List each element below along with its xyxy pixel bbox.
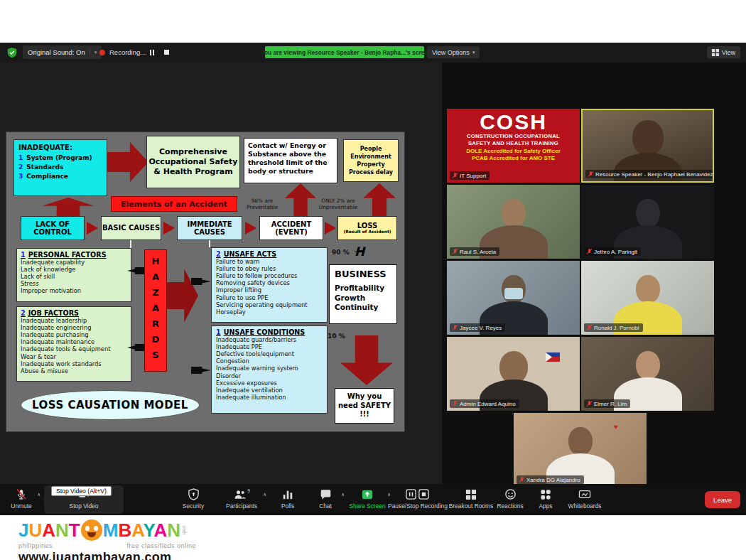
- inadequate-item: Compliance: [26, 173, 68, 180]
- unpreventable-note: ONLY 2% are Unpreventable: [315, 198, 362, 211]
- business-box: BUSINESS Profitability Growth Continuity: [329, 264, 397, 324]
- recording-indicator: Recording...: [99, 45, 169, 59]
- shared-screen-slide: INADEQUATE: 1System (Program) 2Standards…: [6, 131, 405, 432]
- participant-name-label: IT Support: [450, 171, 490, 180]
- zoom-meeting-window: Original Sound: On ▾ Recording... You ar…: [0, 43, 746, 515]
- recording-label: Recording...: [109, 48, 146, 56]
- whiteboards-button[interactable]: Whiteboards: [558, 488, 612, 510]
- viewing-banner-text: You are viewing Resource Speaker - Benjo…: [261, 49, 431, 56]
- loss-box: LOSS (Result of Accident): [337, 216, 397, 240]
- connector-line: [209, 240, 210, 247]
- inadequate-item: System (Program): [26, 154, 92, 161]
- unmute-button[interactable]: Unmute: [0, 488, 48, 510]
- share-screen-icon: [361, 488, 374, 501]
- muted-mic-icon: [452, 400, 458, 407]
- connector-line: [130, 240, 131, 248]
- security-button[interactable]: Security: [166, 488, 220, 510]
- participant-name-label: Raul S. Arceta: [450, 247, 499, 256]
- chevron-down-icon: ▾: [90, 50, 97, 55]
- participant-tile-jethro[interactable]: Jethro A. Paringit: [581, 185, 714, 259]
- participant-name-label: Jaycee V. Reyes: [450, 323, 505, 332]
- mascot-face-icon: [81, 519, 102, 541]
- muted-mic-icon: [588, 171, 593, 178]
- participant-tile-jaycee[interactable]: Jaycee V. Reyes: [447, 261, 580, 335]
- participant-name-label: Elmer R. Lim: [584, 399, 630, 408]
- viewing-screen-banner: You are viewing Resource Speaker - Benjo…: [265, 46, 424, 58]
- leave-button[interactable]: Leave: [705, 491, 740, 508]
- chevron-down-icon: ▾: [472, 50, 475, 55]
- participants-count-badge: 9: [247, 488, 250, 493]
- muted-mic-icon: [452, 324, 458, 331]
- watermark-taglines: philippines free classifieds online: [18, 542, 196, 549]
- muted-mic-icon: [15, 488, 28, 501]
- red-arrow-right: [167, 269, 198, 323]
- brand-text-1: JUANT: [18, 521, 80, 539]
- recording-dot-icon: [99, 50, 105, 55]
- black-arrow-right: [191, 278, 211, 285]
- black-arrow-right: [191, 367, 211, 374]
- personal-factors-box: 1PERSONAL FACTORS Inadequate capability …: [16, 248, 131, 302]
- meeting-toolbar: Unmute ∧ Stop Video Stop Video (Alt+V) S…: [0, 484, 746, 515]
- participant-tile-elmer[interactable]: Elmer R. Lim: [581, 337, 714, 411]
- elements-of-accident-banner: Elements of an Accident: [111, 196, 237, 212]
- pause-recording-button[interactable]: [150, 50, 154, 55]
- meeting-content: INADEQUATE: 1System (Program) 2Standards…: [0, 63, 746, 484]
- view-options-button[interactable]: View Options ▾: [427, 46, 480, 58]
- whiteboard-icon: [578, 489, 591, 500]
- red-triangle-icon: [163, 222, 175, 235]
- stop-recording-button[interactable]: [164, 50, 169, 55]
- original-sound-toggle[interactable]: Original Sound: On ▾: [23, 45, 102, 59]
- original-sound-label: Original Sound: On: [28, 48, 85, 56]
- muted-mic-icon: [586, 324, 592, 331]
- shield-icon: [188, 488, 200, 500]
- basic-causes-box: BASIC CAUSES: [101, 216, 161, 240]
- pause-stop-recording-icons: [406, 488, 430, 501]
- watermark-brand: JUANT MBAYAN com: [18, 518, 217, 542]
- tally-cross-icon: H: [355, 244, 364, 259]
- muted-mic-icon: [519, 476, 524, 483]
- participant-tile-ronald[interactable]: Ronald J. Pornobi: [581, 261, 714, 335]
- why-safety-box: Why you need SAFETY !!!: [335, 388, 394, 424]
- participant-tile-edward[interactable]: Admin Edward Aquino: [447, 337, 580, 411]
- brand-text-2: MBAYAN: [103, 521, 180, 539]
- red-triangle-icon: [325, 222, 336, 235]
- inadequate-item: Standards: [26, 163, 63, 171]
- participant-video-grid: COSH CONSTRUCTION OCCUPATIONAL SAFETY AN…: [447, 109, 714, 489]
- pct-10-label: 10 %: [328, 333, 345, 340]
- red-arrow-right: [107, 142, 148, 182]
- red-triangle-icon: [87, 222, 98, 235]
- participant-tile-xandra[interactable]: ♥ Xandra DG Alejandro: [514, 413, 647, 487]
- participant-name-label: Ronald J. Pornobi: [584, 323, 643, 332]
- participant-tile-it-support[interactable]: COSH CONSTRUCTION OCCUPATIONAL SAFETY AN…: [447, 109, 580, 183]
- unsafe-acts-box: 2UNSAFE ACTS Failure to warn Failure to …: [211, 247, 328, 323]
- juantambayan-watermark: JUANT MBAYAN com philippines free classi…: [18, 518, 217, 560]
- brand-suffix: com: [181, 526, 186, 534]
- philippine-flag: [546, 352, 560, 362]
- red-triangle-icon: [245, 222, 256, 235]
- participant-tile-resource-speaker[interactable]: Resource Speaker - Benjo Raphael Benavid…: [581, 109, 714, 183]
- stop-video-tooltip: Stop Video (Alt+V): [51, 486, 112, 496]
- inadequate-title: INADEQUATE:: [18, 144, 102, 151]
- participant-name-label: Resource Speaker - Benjo Raphael Benavid…: [585, 170, 714, 178]
- view-button[interactable]: View: [707, 46, 740, 58]
- red-arrow-down: [340, 335, 393, 385]
- encryption-shield-icon: [6, 47, 18, 58]
- contact-energy-box: Contact w/ Energy or Substance above the…: [244, 138, 337, 183]
- job-factors-box: 2JOB FACTORS Inadequate leadership Inade…: [16, 306, 131, 382]
- participant-tile-raul[interactable]: Raul S. Arceta: [447, 185, 580, 259]
- osh-program-box: Comprehensive Occupational Safety & Heal…: [146, 136, 240, 188]
- unsafe-conditions-box: 1UNSAFE CONDITIONS Inadequate guards/bar…: [211, 325, 328, 414]
- cosh-title: COSH: [480, 112, 547, 133]
- accident-box: ACCIDENT (EVENT): [259, 216, 323, 240]
- breakout-rooms-icon: [465, 489, 477, 500]
- red-arrow-up: [42, 198, 94, 216]
- face-mask: [504, 288, 523, 299]
- view-label: View: [722, 49, 735, 56]
- tagline-classifieds: free classifieds online: [126, 542, 196, 549]
- hazards-box: HAZARDS: [144, 249, 167, 372]
- grid-view-icon: [712, 49, 719, 56]
- lack-of-control-box: LACK OF CONTROL: [21, 216, 85, 240]
- watermark-url: www.juantambayan.com: [18, 550, 217, 560]
- muted-mic-icon: [452, 172, 458, 179]
- chevron-up-icon[interactable]: ∧: [37, 492, 40, 497]
